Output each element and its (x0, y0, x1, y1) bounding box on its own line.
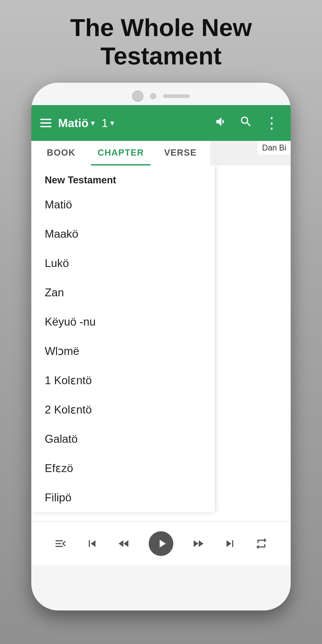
hamburger-line-3 (40, 126, 52, 127)
chapter-number: 1 (102, 116, 108, 130)
rewind-icon[interactable] (117, 537, 130, 550)
page-title: The Whole New Testament (0, 14, 322, 70)
list-item[interactable]: Matiö (31, 190, 215, 219)
tab-verse[interactable]: VERSE (150, 141, 210, 166)
volume-icon[interactable] (212, 113, 230, 133)
repeat-icon[interactable] (255, 537, 268, 550)
list-item[interactable]: Lukö (31, 249, 215, 278)
list-item[interactable]: Këyuö -nu (31, 307, 215, 336)
book-name: Matiö (58, 116, 88, 130)
list-item[interactable]: Zan (31, 278, 215, 307)
hamburger-line-1 (40, 119, 52, 120)
hamburger-menu-button[interactable] (40, 119, 52, 127)
list-item[interactable]: Efɛzö (31, 454, 215, 483)
book-dropdown-arrow: ▾ (91, 118, 95, 128)
play-pause-button[interactable] (149, 531, 173, 556)
playlist-icon[interactable] (54, 537, 67, 550)
book-dropdown-overlay: New Testament Matiö Maakö Lukö Zan Këyuö… (31, 166, 215, 512)
list-item[interactable]: 2 Kolɛntö (31, 395, 215, 424)
phone-speaker (163, 94, 190, 98)
chapter-selector[interactable]: 1 ▾ (102, 116, 114, 130)
list-item[interactable]: Galatö (31, 424, 215, 454)
app-content: Matiö ▾ 1 ▾ ⋮ BOOK CHAPTER VERSE (31, 105, 291, 566)
dan-bi-label: Dan Bi (258, 141, 291, 155)
tab-book[interactable]: BOOK (31, 141, 91, 166)
more-options-icon[interactable]: ⋮ (262, 112, 282, 134)
search-icon[interactable] (237, 113, 255, 133)
tab-chapter[interactable]: CHAPTER (91, 141, 151, 166)
title-line1: The Whole New (18, 14, 304, 42)
phone-dot (150, 93, 156, 99)
hamburger-line-2 (40, 122, 52, 124)
skip-to-end-icon[interactable] (223, 537, 236, 550)
bottom-playback-bar (31, 521, 291, 566)
skip-to-start-icon[interactable] (86, 537, 99, 550)
nav-tabs-row: BOOK CHAPTER VERSE Dan Bi (31, 141, 291, 166)
phone-top-bar (31, 83, 291, 105)
list-item[interactable]: 1 Kolɛntö (31, 366, 215, 395)
list-item[interactable]: Maakö (31, 219, 215, 249)
book-selector[interactable]: Matiö ▾ (58, 116, 95, 130)
dropdown-section-header: New Testament (31, 166, 215, 190)
app-header: Matiö ▾ 1 ▾ ⋮ (31, 105, 291, 141)
main-content: na 'ö üö 'ö =nɛɛ: a -peedë hüö akö, gbö … (31, 166, 291, 521)
phone-frame: Matiö ▾ 1 ▾ ⋮ BOOK CHAPTER VERSE (31, 83, 291, 610)
chapter-dropdown-arrow: ▾ (110, 118, 114, 128)
title-line2: Testament (18, 42, 304, 70)
fast-forward-icon[interactable] (192, 537, 205, 550)
list-item[interactable]: Filipö (31, 483, 215, 512)
nav-tabs: BOOK CHAPTER VERSE (31, 141, 210, 166)
list-item[interactable]: Wlɔmë (31, 336, 215, 366)
phone-camera (132, 90, 143, 102)
